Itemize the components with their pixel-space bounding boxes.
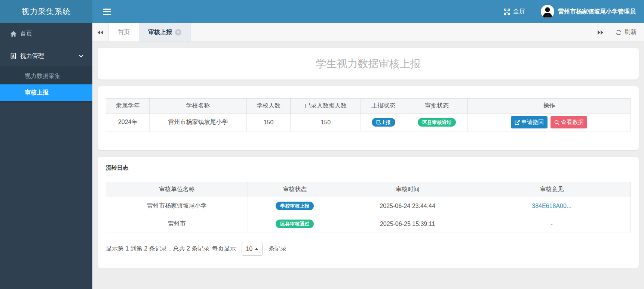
opinion-link[interactable]: 384E618A00... bbox=[532, 203, 571, 209]
user-menu[interactable]: 雷州市杨家镇坡尾小学管理员 bbox=[541, 5, 636, 18]
tabbar: 首页 审核上报 ✕ 刷新 bbox=[92, 23, 644, 42]
tabs-scroll-left-icon[interactable] bbox=[92, 23, 109, 41]
close-icon[interactable]: ✕ bbox=[175, 29, 181, 35]
log-card: 流转日志 审核单位名称 审核状态 审核时间 审核意见 雷州市杨家镇坡尾小学 学校… bbox=[98, 157, 639, 268]
navbar: 全屏 雷州市杨家镇坡尾小学管理员 bbox=[92, 0, 644, 23]
avatar bbox=[541, 5, 554, 18]
cell-review-time: 2025-06-24 23:44:44 bbox=[342, 197, 473, 215]
per-page-value: 10 bbox=[246, 246, 252, 252]
per-page-select[interactable]: 10 bbox=[242, 242, 263, 256]
sidebar-submenu: 视力数据采集 审核上报 bbox=[0, 66, 92, 103]
view-data-button[interactable]: 查看数据 bbox=[551, 116, 587, 128]
sidebar-item-label: 审核上报 bbox=[25, 89, 49, 97]
column-header: 学校名称 bbox=[150, 99, 246, 114]
refresh-button[interactable]: 刷新 bbox=[608, 23, 644, 41]
cell-entered-count: 150 bbox=[291, 114, 361, 131]
table-row: 雷州市杨家镇坡尾小学 学校审核上报 2025-06-24 23:44:44 38… bbox=[106, 197, 631, 215]
topbar: 视力采集系统 全屏 雷州市杨家镇坡尾小学管理员 bbox=[0, 0, 644, 23]
column-header: 审核意见 bbox=[473, 182, 631, 197]
refresh-icon bbox=[616, 29, 622, 35]
column-header: 审核时间 bbox=[342, 182, 473, 197]
fullscreen-button[interactable]: 全屏 bbox=[504, 8, 525, 16]
report-table: 隶属学年 学校名称 学校人数 已录入数据人数 上报状态 审批状态 操作 2024… bbox=[106, 98, 631, 131]
status-badge: 学校审核上报 bbox=[276, 202, 314, 211]
withdraw-request-button[interactable]: 申请撤回 bbox=[511, 116, 548, 128]
cell-unit-name: 雷州市杨家镇坡尾小学 bbox=[106, 197, 248, 215]
edit-icon bbox=[515, 120, 520, 125]
log-section-title: 流转日志 bbox=[106, 164, 631, 171]
main-area: 首页 审核上报 ✕ 刷新 学生视力数据审核上报 隶属学年 bbox=[92, 23, 644, 289]
table-header-row: 隶属学年 学校名称 学校人数 已录入数据人数 上报状态 审批状态 操作 bbox=[106, 99, 631, 114]
cell-opinion: - bbox=[473, 215, 631, 233]
sidebar-group-label: 视力管理 bbox=[20, 52, 44, 60]
page-title-card: 学生视力数据审核上报 bbox=[98, 48, 639, 80]
sidebar: 首页 视力管理 视力数据采集 审核上报 bbox=[0, 23, 92, 289]
status-badge: 区县审核通过 bbox=[276, 220, 314, 229]
tab-label: 首页 bbox=[118, 28, 130, 36]
column-header: 隶属学年 bbox=[106, 99, 150, 114]
user-name: 雷州市杨家镇坡尾小学管理员 bbox=[558, 8, 636, 16]
column-header: 已录入数据人数 bbox=[291, 99, 361, 114]
address-book-icon bbox=[10, 53, 16, 59]
per-page-prefix: 每页显示 bbox=[212, 245, 236, 253]
column-header: 学校人数 bbox=[246, 99, 291, 114]
log-table: 审核单位名称 审核状态 审核时间 审核意见 雷州市杨家镇坡尾小学 学校审核上报 … bbox=[106, 182, 631, 233]
pagination-summary: 显示第 1 到第 2 条记录，总共 2 条记录 bbox=[106, 245, 209, 253]
tabs-scroll-right-icon[interactable] bbox=[592, 23, 608, 41]
sidebar-item-data-collection[interactable]: 视力数据采集 bbox=[0, 68, 92, 84]
cell-year: 2024年 bbox=[106, 114, 150, 131]
sidebar-group-vision[interactable]: 视力管理 bbox=[0, 46, 92, 66]
column-header: 审核状态 bbox=[248, 182, 342, 197]
tab-review-report[interactable]: 审核上报 ✕ bbox=[139, 23, 191, 41]
report-table-card: 隶属学年 学校名称 学校人数 已录入数据人数 上报状态 审批状态 操作 2024… bbox=[98, 86, 639, 150]
table-header-row: 审核单位名称 审核状态 审核时间 审核意见 bbox=[106, 182, 631, 197]
column-header: 审批状态 bbox=[406, 99, 467, 114]
status-badge: 已上报 bbox=[372, 118, 395, 127]
chevron-down-icon bbox=[79, 55, 83, 58]
pagination: 显示第 1 到第 2 条记录，总共 2 条记录 每页显示 10 条记录 bbox=[106, 242, 631, 256]
per-page-suffix: 条记录 bbox=[269, 245, 286, 253]
status-badge: 区县审核通过 bbox=[418, 118, 456, 127]
sidebar-toggle-icon[interactable] bbox=[98, 0, 116, 23]
search-icon bbox=[554, 120, 559, 125]
column-header: 上报状态 bbox=[361, 99, 406, 114]
content: 学生视力数据审核上报 隶属学年 学校名称 学校人数 已录入数据人数 上报状态 审… bbox=[92, 42, 644, 289]
fullscreen-label: 全屏 bbox=[513, 8, 525, 16]
fullscreen-icon bbox=[504, 9, 510, 15]
page-title: 学生视力数据审核上报 bbox=[316, 57, 421, 71]
table-row: 雷州市 区县审核通过 2025-06-25 15:39:11 - bbox=[106, 215, 631, 233]
column-header: 操作 bbox=[468, 99, 631, 114]
cell-review-time: 2025-06-25 15:39:11 bbox=[342, 215, 473, 233]
home-icon bbox=[10, 31, 16, 37]
sidebar-item-label: 视力数据采集 bbox=[25, 72, 61, 80]
table-row: 2024年 雷州市杨家镇坡尾小学 150 150 已上报 区县审核通过 申请撤回 bbox=[106, 114, 631, 131]
tab-home[interactable]: 首页 bbox=[109, 23, 139, 41]
app-logo: 视力采集系统 bbox=[0, 0, 92, 23]
tab-label: 审核上报 bbox=[148, 28, 172, 36]
sidebar-item-label: 首页 bbox=[20, 30, 32, 38]
cell-unit-name: 雷州市 bbox=[106, 215, 248, 233]
sidebar-item-home[interactable]: 首页 bbox=[0, 23, 92, 44]
column-header: 审核单位名称 bbox=[106, 182, 248, 197]
cell-student-count: 150 bbox=[246, 114, 291, 131]
sidebar-item-review-report[interactable]: 审核上报 bbox=[0, 84, 92, 101]
caret-up-icon bbox=[255, 248, 258, 250]
refresh-label: 刷新 bbox=[625, 28, 637, 36]
cell-school-name: 雷州市杨家镇坡尾小学 bbox=[150, 114, 246, 131]
